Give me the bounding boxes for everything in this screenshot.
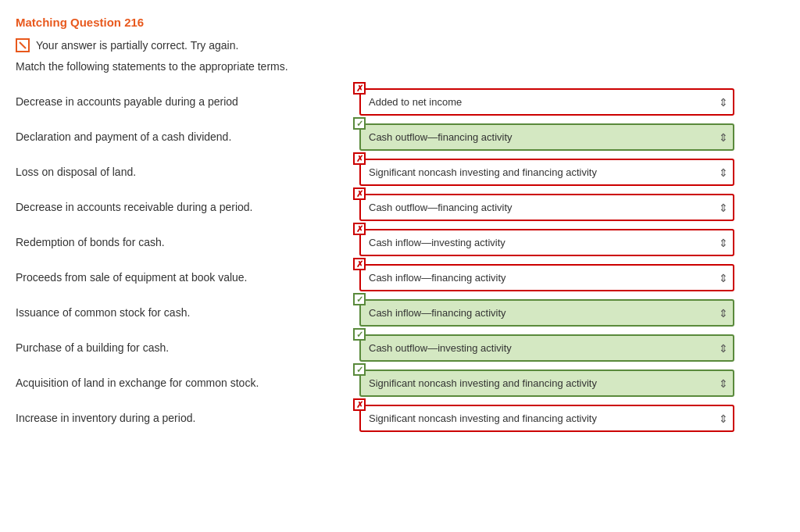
statement-7: Issuance of common stock for cash. <box>16 305 352 321</box>
incorrect-icon: ✗ <box>353 398 366 411</box>
select-2[interactable]: Added to net incomeCash inflow—investing… <box>359 123 734 151</box>
select-wrapper-8: ✓Added to net incomeCash inflow—investin… <box>359 334 734 362</box>
select-wrapper-1: ✗Added to net incomeCash inflow—investin… <box>359 88 734 116</box>
matching-row-4: Decrease in accounts receivable during a… <box>16 194 784 221</box>
partial-correct-icon <box>16 38 30 52</box>
select-wrapper-6: ✗Added to net incomeCash inflow—investin… <box>359 264 734 291</box>
notice-text: Your answer is partially correct. Try ag… <box>36 39 238 52</box>
correct-icon: ✓ <box>353 117 366 130</box>
statement-10: Increase in inventory during a period. <box>16 411 352 427</box>
select-wrapper-9: ✓Added to net incomeCash inflow—investin… <box>359 370 734 397</box>
matching-row-9: Acquisition of land in exchange for comm… <box>16 370 784 397</box>
statement-4: Decrease in accounts receivable during a… <box>16 200 352 216</box>
select-wrapper-2: ✓Added to net incomeCash inflow—investin… <box>359 123 734 151</box>
select-5[interactable]: Added to net incomeCash inflow—investing… <box>359 229 734 256</box>
correct-icon: ✓ <box>353 293 366 305</box>
statement-5: Redemption of bonds for cash. <box>16 235 352 251</box>
select-8[interactable]: Added to net incomeCash inflow—investing… <box>359 334 734 362</box>
select-6[interactable]: Added to net incomeCash inflow—investing… <box>359 264 734 291</box>
svg-line-0 <box>20 42 26 48</box>
matching-row-10: Increase in inventory during a period.✗A… <box>16 405 784 432</box>
select-4[interactable]: Added to net incomeCash inflow—investing… <box>359 194 734 221</box>
select-9[interactable]: Added to net incomeCash inflow—investing… <box>359 370 734 397</box>
select-wrapper-4: ✗Added to net incomeCash inflow—investin… <box>359 194 734 221</box>
incorrect-icon: ✗ <box>353 152 366 165</box>
matching-row-1: Decrease in accounts payable during a pe… <box>16 88 784 116</box>
select-3[interactable]: Added to net incomeCash inflow—investing… <box>359 159 734 186</box>
statement-6: Proceeds from sale of equipment at book … <box>16 270 352 286</box>
matching-row-2: Declaration and payment of a cash divide… <box>16 123 784 151</box>
select-10[interactable]: Added to net incomeCash inflow—investing… <box>359 405 734 432</box>
page-title: Matching Question 216 <box>16 16 784 29</box>
statement-9: Acquisition of land in exchange for comm… <box>16 376 352 391</box>
select-1[interactable]: Added to net incomeCash inflow—investing… <box>359 88 734 116</box>
statement-1: Decrease in accounts payable during a pe… <box>16 95 352 110</box>
incorrect-icon: ✗ <box>353 82 366 95</box>
correct-icon: ✓ <box>353 363 366 376</box>
select-wrapper-7: ✓Added to net incomeCash inflow—investin… <box>359 299 734 327</box>
matching-row-6: Proceeds from sale of equipment at book … <box>16 264 784 291</box>
matching-row-5: Redemption of bonds for cash.✗Added to n… <box>16 229 784 256</box>
matching-row-8: Purchase of a building for cash.✓Added t… <box>16 334 784 362</box>
matching-row-7: Issuance of common stock for cash.✓Added… <box>16 299 784 327</box>
select-wrapper-3: ✗Added to net incomeCash inflow—investin… <box>359 159 734 186</box>
select-wrapper-10: ✗Added to net incomeCash inflow—investin… <box>359 405 734 432</box>
incorrect-icon: ✗ <box>353 187 366 200</box>
instructions-text: Match the following statements to the ap… <box>16 60 784 73</box>
statement-8: Purchase of a building for cash. <box>16 341 352 356</box>
select-wrapper-5: ✗Added to net incomeCash inflow—investin… <box>359 229 734 256</box>
partial-notice: Your answer is partially correct. Try ag… <box>16 38 784 52</box>
matching-row-3: Loss on disposal of land.✗Added to net i… <box>16 159 784 186</box>
incorrect-icon: ✗ <box>353 223 366 235</box>
select-7[interactable]: Added to net incomeCash inflow—investing… <box>359 299 734 327</box>
statement-3: Loss on disposal of land. <box>16 165 352 180</box>
incorrect-icon: ✗ <box>353 258 366 270</box>
statement-2: Declaration and payment of a cash divide… <box>16 130 352 145</box>
matching-container: Decrease in accounts payable during a pe… <box>16 88 784 432</box>
correct-icon: ✓ <box>353 328 366 341</box>
